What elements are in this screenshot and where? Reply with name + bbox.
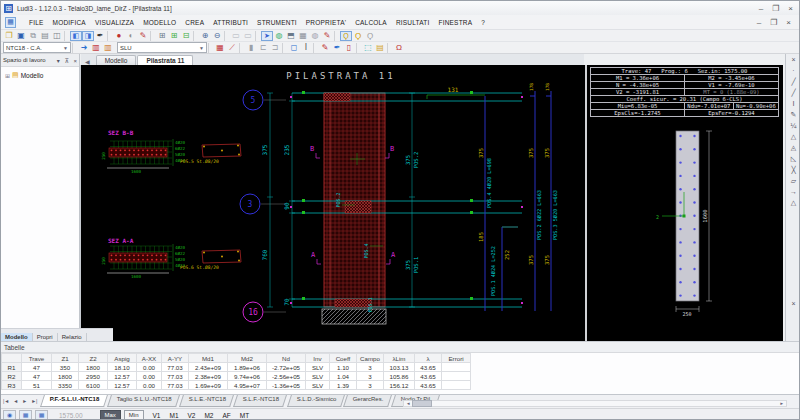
menu-risultati[interactable]: RISULTATI [396,19,430,26]
menu-strumenti[interactable]: STRUMENTI [257,19,297,26]
minimize-icon[interactable]: – [759,4,763,13]
drawing-canvas[interactable]: PILASTRATA 11 5 3 16 375 760 235 90 70 [80,65,585,341]
print-preview-icon[interactable]: ◫ [51,31,63,41]
wedge-tool-icon[interactable]: ◺ [791,153,796,164]
pin-icon[interactable]: ⊼ [64,58,68,64]
load-case-combo[interactable]: SLU▼ [117,42,207,53]
building-icon[interactable]: ⬒ [285,31,297,41]
mini-tab-relazio[interactable]: Relazio [58,333,87,341]
col-z1[interactable]: Z1 [52,354,79,363]
menu-modifica[interactable]: MODIFICA [53,19,86,26]
pencil-tool-icon[interactable]: ✎ [791,109,797,120]
menu-finestra[interactable]: FINESTRA [438,19,472,26]
globe-icon[interactable]: ◍ [273,31,285,41]
close-icon[interactable]: × [73,58,77,64]
grid-view2-icon[interactable]: ▦ [35,410,48,420]
col-campo[interactable]: Campo [357,354,384,363]
strip-close2-icon[interactable]: × [791,298,795,309]
menu-help[interactable]: ? [481,19,485,26]
strip-close-icon[interactable]: × [791,54,795,65]
box-red-icon[interactable]: ▯ [343,43,355,53]
col-lambda-lim[interactable]: λLim [384,354,415,363]
first-page-icon[interactable]: |◄ [1,395,11,404]
mdi-close-icon[interactable]: × [786,18,791,27]
norm-combo[interactable]: NTC18 - C.A.▼ [3,42,71,53]
zoom-extents-icon[interactable]: ▭ [242,31,254,41]
dashed-rect-icon[interactable]: ⬚ [362,43,374,53]
sketch-pencil-icon[interactable]: ✎ [319,43,331,53]
mini-tab-modello[interactable]: Modello [1,333,33,341]
print-icon[interactable]: ▤ [39,31,51,41]
table-row[interactable]: R3 513350610012.570.0077.031.69e+094.95e… [2,381,471,390]
omega-icon[interactable]: Ω [393,43,405,53]
col-ayy[interactable]: A-YY [162,354,189,363]
scroll-right-icon[interactable]: ► [778,401,786,406]
mdi-minimize-icon[interactable]: – [757,18,761,27]
book-orange-icon[interactable]: ▥ [102,43,114,53]
results-table[interactable]: Trave Z1 Z2 Aspig A-XX A-YY Md1 Md2 Nd I… [1,353,471,390]
pen-blue-icon[interactable]: ✒ [331,43,343,53]
col-md1[interactable]: Md1 [189,354,228,363]
lamp-half-icon[interactable]: Ϙ [352,31,364,41]
prism-tool-icon[interactable]: ◬ [791,142,796,153]
col-z2[interactable]: Z2 [79,354,108,363]
mini-tab-propri[interactable]: Propri [33,333,58,341]
verify-ruler-icon[interactable]: ⟋ [226,43,238,53]
scrollbar-thumb[interactable] [412,400,432,407]
arrow-tool-icon[interactable]: → [790,186,797,197]
tree-expander-icon[interactable]: ⊞ [5,72,10,79]
col-inv[interactable]: Inv [306,354,330,363]
section-i-icon[interactable]: Ⅰ [300,43,312,53]
col-lambda[interactable]: λ [415,354,442,363]
annotate-icon[interactable]: ✒ [94,31,106,41]
copy-icon[interactable]: ⧉ [27,31,39,41]
toggle-af[interactable]: AF [222,412,230,419]
save-icon[interactable]: ▣ [15,31,27,41]
ibeam-tool-icon[interactable]: Ⅰ [792,98,794,109]
dot-tool-icon[interactable]: · [792,65,794,76]
tab-sld-sismico[interactable]: S.L.D.-Sismico [287,395,345,407]
tab-slf-ntc18[interactable]: S.L.F.-NTC18 [233,395,287,407]
scroll-left-icon[interactable]: ◄ [404,401,412,406]
col-trave[interactable]: Trave [22,354,52,363]
grid-select-icon[interactable]: ⊞ [156,31,168,41]
lamp-off-icon[interactable]: Ϙ [364,31,376,41]
line-tool-icon[interactable]: ╱ [791,76,795,87]
globe-gray-icon[interactable]: ◍ [309,31,321,41]
dropdown-icon[interactable]: ▾ [57,58,60,64]
tab-scroll-left-icon[interactable]: ◀ [85,58,90,65]
line2-tool-icon[interactable]: ╱ [791,87,795,98]
material-gray-icon[interactable]: ◐ [125,31,137,41]
menu-file[interactable]: FILE [29,19,44,26]
open-icon[interactable]: ❐ [3,31,15,41]
grid-remove-icon[interactable]: ⊟ [180,31,192,41]
row-header[interactable]: R1 [2,363,22,372]
zoom-out-icon[interactable]: ⊖ [211,31,223,41]
cross-tool-icon[interactable]: ╳ [791,164,795,175]
verify-grid-icon[interactable]: ▦ [214,43,226,53]
scale-tool-icon[interactable]: ¼ [791,120,797,131]
node-icon[interactable]: ◻ [288,43,300,53]
triangle-tool-icon[interactable]: △ [791,131,796,142]
toggle-v2[interactable]: V2 [188,412,196,419]
toggle-m1[interactable]: M1 [169,412,178,419]
tri2-tool-icon[interactable]: △ [791,197,796,208]
col-axx[interactable]: A-XX [137,354,162,363]
draw-pencil-icon[interactable]: ✎ [321,31,333,41]
tab-pilastrata-11[interactable]: Pilastrata 11 [137,55,193,65]
menu-calcola[interactable]: CALCOLA [355,19,387,26]
assign-icon[interactable]: ➜ [78,43,90,53]
min-button[interactable]: Min [124,410,144,420]
toggle-v1[interactable]: V1 [153,412,161,419]
horizontal-scrollbar[interactable]: ◄ ► [403,400,787,407]
mesh-icon[interactable]: ▦ [297,31,309,41]
prev-page-icon[interactable]: ◄ [11,395,20,404]
tab-sle-ntc18[interactable]: S.L.E.-NTC18 [179,395,234,407]
col-nd[interactable]: Nd [267,354,306,363]
tree-item-modello[interactable]: ⊞ ▤ Modello [1,67,79,79]
view-split-left-icon[interactable]: ◧ [70,31,82,41]
col-coeff[interactable]: Coeff [330,354,357,363]
tab-gerarc-res[interactable]: GerarcRes. [343,395,392,407]
tab-modello[interactable]: Modello [96,55,137,65]
row-header[interactable]: R2 [2,372,22,381]
